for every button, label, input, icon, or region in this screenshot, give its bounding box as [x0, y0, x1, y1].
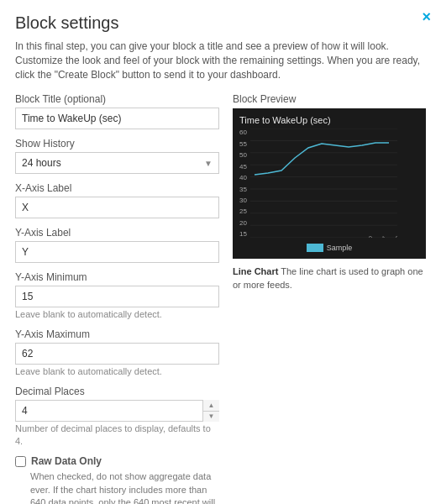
decimal-places-label: Decimal Places: [15, 386, 219, 397]
y-axis-label: Y-Axis Label: [15, 227, 219, 239]
y-axis-max-group: Y-Axis Maximum Leave blank to automatica…: [15, 328, 219, 377]
chart-svg: Jan 2 Jan 3 Jan 4 Jan 5 Jan 6 Jan 7 Jan …: [250, 129, 419, 240]
x-axis-group: X-Axis Label: [15, 182, 219, 218]
y-axis-min-group: Y-Axis Minimum Leave blank to automatica…: [15, 271, 219, 320]
modal-title: Block settings: [15, 13, 426, 33]
close-button[interactable]: ×: [422, 8, 431, 26]
y-axis-max-hint: Leave blank to automatically detect.: [15, 366, 162, 376]
intro-text: In this final step, you can give your bl…: [15, 39, 426, 81]
chart-area: 60 55 50 45 40 35 30 25 20 15: [239, 129, 419, 240]
y-axis-min-hint: Leave blank to automatically detect.: [15, 309, 162, 319]
block-settings-modal: × Block settings In this final step, you…: [0, 0, 441, 504]
raw-data-checkbox-group: Raw Data Only: [15, 455, 219, 467]
decimal-places-hint: Number of decimal places to display, def…: [15, 423, 211, 446]
y-axis-labels: 60 55 50 45 40 35 30 25 20 15: [239, 129, 249, 238]
block-title-label: Block Title (optional): [15, 93, 219, 105]
y-axis-group: Y-Axis Label: [15, 227, 219, 263]
decimal-places-input[interactable]: [15, 400, 219, 422]
right-column: Block Preview Time to WakeUp (sec) 60 55…: [233, 93, 426, 504]
block-title-group: Block Title (optional): [15, 93, 219, 129]
chart-description: Line Chart The line chart is used to gra…: [233, 265, 426, 291]
decimal-places-spinner: ▲ ▼: [15, 400, 219, 422]
show-history-label: Show History: [15, 138, 219, 150]
x-axis-input[interactable]: [15, 197, 219, 218]
chart-legend: Sample: [239, 244, 419, 252]
spinner-arrows: ▲ ▼: [202, 400, 219, 422]
y-axis-max-label: Y-Axis Maximum: [15, 328, 219, 340]
line-chart-svg: Jan 2 Jan 3 Jan 4 Jan 5 Jan 6 Jan 7 Jan …: [250, 129, 397, 238]
show-history-select[interactable]: 24 hours 1 hour 12 hours 48 hours 1 week: [15, 152, 219, 174]
raw-data-checkbox[interactable]: [15, 456, 26, 467]
svg-text:Jan 10: Jan 10: [359, 235, 373, 239]
legend-label: Sample: [327, 244, 353, 252]
legend-color-box: [307, 244, 323, 252]
raw-data-label: Raw Data Only: [31, 455, 102, 467]
svg-text:Jan 12: Jan 12: [386, 235, 397, 239]
block-title-input[interactable]: [15, 108, 219, 129]
chart-title: Time to WakeUp (sec): [239, 115, 419, 125]
content-row: Block Title (optional) Show History 24 h…: [15, 93, 426, 504]
y-axis-min-label: Y-Axis Minimum: [15, 271, 219, 283]
chart-container: Time to WakeUp (sec) 60 55 50 45 40 35 3…: [233, 108, 426, 259]
decimal-places-group: Decimal Places ▲ ▼ Number of decimal pla…: [15, 386, 219, 447]
y-axis-input[interactable]: [15, 241, 219, 263]
preview-label: Block Preview: [233, 93, 426, 105]
left-column: Block Title (optional) Show History 24 h…: [15, 93, 219, 504]
show-history-select-wrapper: 24 hours 1 hour 12 hours 48 hours 1 week…: [15, 152, 219, 174]
spinner-up-button[interactable]: ▲: [203, 400, 219, 412]
svg-text:Jan 11: Jan 11: [372, 235, 386, 239]
raw-data-group: Raw Data Only When checked, do not show …: [15, 455, 219, 504]
y-axis-max-input[interactable]: [15, 343, 219, 365]
y-axis-min-input[interactable]: [15, 286, 219, 307]
spinner-down-button[interactable]: ▼: [203, 412, 219, 423]
x-axis-label: X-Axis Label: [15, 182, 219, 194]
chart-type-label: Line Chart: [233, 266, 278, 276]
show-history-group: Show History 24 hours 1 hour 12 hours 48…: [15, 138, 219, 174]
raw-data-desc: When checked, do not show aggregate data…: [30, 470, 219, 504]
